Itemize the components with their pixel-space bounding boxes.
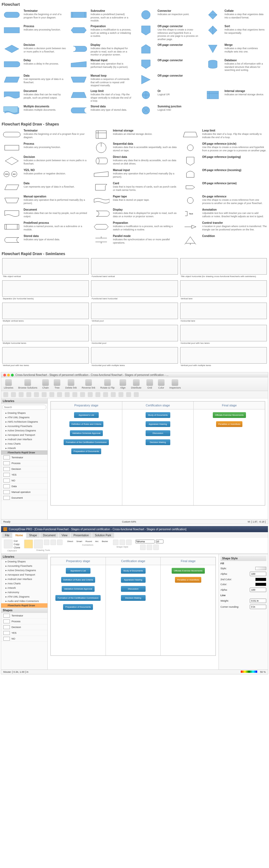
tree-item[interactable]: ▸ Android User Interface (1, 577, 47, 581)
color-swatch[interactable] (255, 583, 266, 586)
toolbar-tree[interactable]: Tree (54, 379, 60, 389)
shape-row[interactable]: Manual operation (1, 489, 47, 495)
ribbon-tab-view[interactable]: View (59, 533, 70, 538)
style-swatch[interactable] (255, 567, 266, 570)
shape-row[interactable]: Decision (1, 624, 47, 630)
tree-item[interactable]: ▸ ATM UML Diagrams (1, 415, 47, 420)
ribbon-tab-shape[interactable]: Shape (26, 533, 40, 538)
toolbar-align[interactable]: Align (120, 379, 126, 389)
tree-item[interactable]: ▸ Active Directory Diagrams (1, 568, 47, 572)
shape-row[interactable]: Terminator (1, 455, 47, 461)
tree-item[interactable]: ▸ Audio and Video Connectors (1, 599, 47, 603)
subtool-button[interactable] (3, 392, 8, 397)
toolbar-browse-solutions[interactable]: Browse Solutions (19, 379, 38, 389)
toolbar-delete-link[interactable]: Delete link (65, 379, 77, 389)
flow-node[interactable]: Discussion (145, 430, 170, 436)
fontsize-input[interactable] (156, 539, 163, 544)
close-icon[interactable] (3, 374, 6, 376)
flow-node[interactable]: Officials Exercise Movements (213, 412, 246, 418)
tree-item[interactable]: ▸ Android User Interface (1, 437, 47, 441)
toolbar-libraries[interactable]: Libraries (4, 379, 13, 389)
subtool-button[interactable] (42, 392, 46, 397)
shape-row[interactable]: Data (1, 484, 47, 489)
weight-input[interactable] (250, 599, 266, 603)
direct-button[interactable]: Direct (66, 539, 74, 543)
tree-item[interactable]: ▸ Astronomy (1, 590, 47, 594)
shape-row[interactable]: NO (1, 478, 47, 484)
toolbar-rotate---flip[interactable]: Rotate & Flip (100, 379, 114, 389)
italic-button[interactable] (147, 545, 152, 550)
round-button[interactable]: Round (85, 539, 93, 543)
subtool-button[interactable] (119, 392, 124, 397)
flow-node[interactable]: Preparation of Documents (63, 604, 93, 610)
tool-button[interactable] (51, 539, 56, 545)
flow-node[interactable]: Formation of the Certification Commissio… (64, 439, 109, 445)
subtool-button[interactable] (72, 392, 77, 397)
tree-item-selected[interactable]: Flowcharts Rapid Draw (1, 450, 47, 455)
clone-button[interactable]: Clone (14, 546, 20, 549)
ribbon-tab-file[interactable]: File (2, 533, 12, 538)
flow-node[interactable]: Formation of the Certification Commissio… (56, 595, 101, 601)
win-canvas[interactable]: Preparatory stageAppraisee's ListDefinit… (48, 554, 218, 670)
color-bar[interactable] (241, 671, 257, 673)
flow-node[interactable]: Validation Schedule Approval (70, 430, 103, 436)
toolbar-reverse-link[interactable]: Reverse link (82, 379, 95, 389)
flow-node[interactable]: Decision Making (145, 439, 170, 445)
bezier-button[interactable]: Bezier (101, 539, 109, 543)
shape-style-button[interactable] (126, 539, 132, 545)
ribbon-tab-presentation[interactable]: Presentation (71, 533, 92, 538)
font-select[interactable] (135, 539, 155, 544)
subtool-button[interactable] (88, 392, 93, 397)
flow-node[interactable]: Preparation of Documents (71, 448, 101, 454)
flow-node[interactable]: Discussion (121, 586, 145, 592)
tree-item[interactable]: ▸ Aerospace and Transport (1, 572, 47, 577)
subtool-button[interactable] (11, 392, 16, 397)
subtool-button[interactable] (34, 392, 39, 397)
search-input[interactable] (2, 405, 46, 410)
tree-item[interactable]: ▸ ATM UML Diagrams (1, 594, 47, 599)
tree-item[interactable]: ▸ Area Charts (1, 441, 47, 446)
flow-node[interactable]: Appraisee Hearing (145, 421, 170, 427)
zoom-icon[interactable] (11, 374, 14, 376)
subtool-button[interactable] (19, 392, 24, 397)
subtool-button[interactable] (126, 392, 131, 397)
shape-style-button[interactable] (120, 539, 125, 545)
bold-button[interactable] (140, 545, 145, 550)
tool-button[interactable] (57, 539, 63, 545)
tree-item-selected[interactable]: Flowcharts Rapid Draw (1, 603, 47, 608)
subtool-button[interactable] (103, 392, 108, 397)
flow-node[interactable]: Officials Exercise Movements (172, 568, 205, 574)
status-zoom[interactable]: Custom 64% (122, 520, 136, 523)
tree-item[interactable]: ▸ Area Charts (1, 581, 47, 586)
paste-button[interactable] (4, 539, 12, 548)
flow-node[interactable]: Definition of Rules and Criteria (69, 421, 104, 427)
subtool-button[interactable] (134, 392, 139, 397)
tree-item[interactable]: ▸ Accounting Flowcharts (1, 564, 47, 568)
select-button[interactable] (24, 539, 33, 548)
subtool-button[interactable] (49, 392, 54, 397)
tree-item[interactable]: ▸ Drawing Shapes (1, 559, 47, 564)
flow-node[interactable]: Appraisee's List (66, 568, 91, 574)
status-zoom[interactable]: 56 % (260, 671, 266, 673)
tree-item[interactable]: ▸ Artwork (1, 446, 47, 450)
flow-node[interactable]: Study of Documents (121, 568, 145, 574)
tree-item[interactable]: ▸ Artwork (1, 586, 47, 590)
toolbar-chain[interactable]: Chain (42, 379, 49, 389)
ribbon-tab-home[interactable]: Home (12, 533, 26, 538)
shape-row[interactable]: Process (1, 461, 47, 466)
tree-item[interactable]: ▸ Active Directory Diagrams (1, 428, 47, 433)
alpha2-input[interactable] (250, 588, 266, 592)
minimize-icon[interactable] (7, 374, 10, 376)
cut-button[interactable]: Cut (14, 539, 20, 542)
shape-row[interactable]: Process (1, 619, 47, 624)
underline-button[interactable] (153, 545, 159, 550)
corner-input[interactable] (250, 604, 266, 609)
tree-item[interactable]: ▸ Accounting Flowcharts (1, 424, 47, 428)
subtool-button[interactable] (80, 392, 85, 397)
flow-node[interactable]: Study of Documents (145, 412, 170, 418)
color2-swatch[interactable] (255, 578, 266, 581)
subtool-button[interactable] (57, 392, 62, 397)
textbox-button[interactable] (34, 539, 43, 548)
flow-node[interactable]: Decision Making (121, 595, 145, 601)
tree-item[interactable]: ▸ Drawing Shapes (1, 411, 47, 415)
